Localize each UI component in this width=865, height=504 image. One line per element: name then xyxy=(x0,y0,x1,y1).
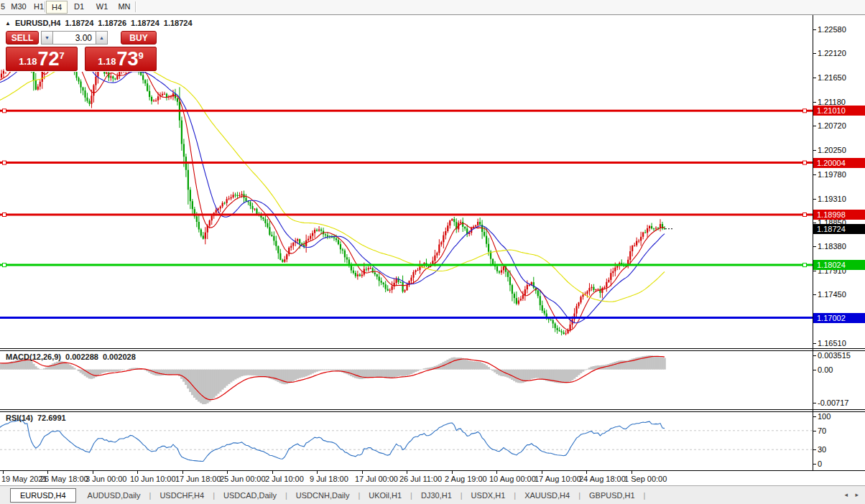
time-axis-label: 3 Jun 00:00 xyxy=(85,475,127,483)
current-price-tag: 1.18724 xyxy=(813,224,865,234)
line-handle[interactable] xyxy=(803,161,807,164)
time-axis-label: 17 Jun 18:00 xyxy=(175,475,221,483)
axis-tick xyxy=(813,199,816,200)
line-price-tag: 1.18024 xyxy=(813,260,865,270)
time-axis-tick xyxy=(3,471,4,474)
price-axis-label: 1.22580 xyxy=(818,26,846,34)
axis-tick xyxy=(813,174,816,175)
sell-button[interactable]: SELL xyxy=(6,31,39,45)
chart-tab-eurusd[interactable]: EURUSD,H4 xyxy=(10,488,76,503)
axis-tick xyxy=(813,78,816,78)
line-price-tag: 1.18998 xyxy=(813,210,865,220)
chart-tab-xauusd[interactable]: XAUUSD,H4 xyxy=(517,489,577,502)
axis-tick xyxy=(813,431,816,431)
axis-tick xyxy=(813,271,816,271)
chart-tab-usdcad[interactable]: USDCAD,Daily xyxy=(216,489,284,502)
rsi-title: RSI(14) xyxy=(6,414,33,422)
chart-tab-usdcnh[interactable]: USDCNH,Daily xyxy=(289,489,357,502)
chart-tab-ukoil[interactable]: UKOil,H1 xyxy=(361,489,409,502)
price-axis-label: 1.18380 xyxy=(818,243,846,251)
price-axis-label: 1.17450 xyxy=(818,291,846,299)
volume-decrease-button[interactable]: ▼ xyxy=(41,31,53,45)
time-axis-tick xyxy=(317,471,318,474)
pane-separator[interactable] xyxy=(0,409,865,410)
pane-separator[interactable] xyxy=(0,411,865,412)
timeframe-button-d1[interactable]: D1 xyxy=(70,1,88,12)
volume-increase-button[interactable]: ▲ xyxy=(96,31,108,45)
price-axis-label: 1.16510 xyxy=(818,340,846,347)
axis-tick xyxy=(813,403,816,403)
timeframe-button-w1[interactable]: W1 xyxy=(93,1,111,12)
buy-price-big: 73 xyxy=(117,50,139,69)
line-price-tag: 1.20004 xyxy=(813,158,865,168)
price-axis-label: 1.19310 xyxy=(818,195,846,203)
line-handle[interactable] xyxy=(803,109,807,113)
chart-tab-usdchf[interactable]: USDCHF,H4 xyxy=(152,489,211,502)
axis-tick xyxy=(813,29,816,30)
time-axis-tick xyxy=(137,471,138,474)
toolbar-separator xyxy=(135,1,137,12)
time-axis-label: 1 Sep 00:00 xyxy=(624,475,667,483)
axis-tick xyxy=(813,53,816,54)
rsi-line xyxy=(0,420,665,462)
chart-symbol-title: EURUSD,H4 xyxy=(15,19,61,27)
chart-tab-dj30[interactable]: DJ30,H1 xyxy=(414,489,459,502)
line-handle[interactable] xyxy=(3,263,6,267)
tab-scroll-arrows[interactable]: ◂ ▸ xyxy=(844,491,861,498)
chart-tab-audusd[interactable]: AUDUSD,Daily xyxy=(80,489,148,502)
line-handle[interactable] xyxy=(3,109,6,113)
time-axis-tick xyxy=(407,471,407,474)
time-axis-tick xyxy=(496,471,497,474)
buy-button[interactable]: BUY xyxy=(121,31,157,45)
time-axis-label: 25 Jun 00:00 xyxy=(220,475,266,483)
volume-input[interactable]: 3.00 xyxy=(53,31,96,45)
axis-tick xyxy=(813,102,816,103)
ohlc-open: 1.18724 xyxy=(65,19,94,27)
axis-tick xyxy=(813,294,816,295)
axis-tick xyxy=(813,223,816,223)
volume-spinner: ▼ 3.00 ▲ xyxy=(41,31,108,45)
chart-tab-bar: EURUSD,H4AUDUSD,Daily|USDCHF,H4|USDCAD,D… xyxy=(0,485,865,504)
time-axis-tick xyxy=(272,471,273,474)
time-axis-label: 26 May 18:00 xyxy=(40,475,88,483)
ohlc-close: 1.18724 xyxy=(164,19,193,27)
line-handle[interactable] xyxy=(803,213,807,217)
line-handle[interactable] xyxy=(3,161,6,164)
line-handle[interactable] xyxy=(803,263,807,267)
time-axis-tick xyxy=(227,471,228,474)
timeframe-button-m30[interactable]: M30 xyxy=(7,1,30,12)
price-axis-line xyxy=(813,15,813,470)
timeframe-button-mn[interactable]: MN xyxy=(115,1,134,12)
macd-axis-label: 0.003515 xyxy=(818,352,851,360)
candles-layer xyxy=(0,31,665,336)
tab-separator: | xyxy=(577,491,582,500)
sell-price-display[interactable]: 1.18 72 7 xyxy=(6,47,78,71)
rsi-axis-label: 100 xyxy=(818,413,831,421)
ohlc-low: 1.18724 xyxy=(131,19,159,27)
line-price-tag: 1.21010 xyxy=(813,106,865,116)
macd-value-signal: 0.002028 xyxy=(103,353,136,361)
axis-tick xyxy=(813,355,816,356)
tab-separator: | xyxy=(148,491,153,500)
time-axis-label: 26 Jul 11:00 xyxy=(399,475,442,483)
sell-price-base: 1.18 xyxy=(19,56,37,67)
chart-tab-usdx[interactable]: USDX,H1 xyxy=(464,489,513,502)
tab-separator: | xyxy=(409,491,414,500)
time-axis-label: 9 Jul 18:00 xyxy=(310,475,348,483)
collapse-icon[interactable]: ▲ xyxy=(5,20,11,27)
pane-separator[interactable] xyxy=(0,350,865,351)
line-handle[interactable] xyxy=(3,213,6,217)
time-axis-tick xyxy=(452,471,453,474)
timeframe-button-h4[interactable]: H4 xyxy=(46,1,68,14)
tab-separator: | xyxy=(512,491,517,500)
rsi-canvas[interactable] xyxy=(0,412,813,470)
time-axis-label: 17 Jul 00:00 xyxy=(355,475,398,483)
time-axis-label: 2 Jul 10:00 xyxy=(265,475,304,483)
pane-separator[interactable] xyxy=(0,348,865,349)
tab-separator: | xyxy=(642,491,647,500)
chart-tab-gbpusd[interactable]: GBPUSD,H1 xyxy=(582,489,642,502)
buy-price-base: 1.18 xyxy=(98,56,116,67)
buy-price-display[interactable]: 1.18 73 9 xyxy=(85,47,157,71)
axis-tick xyxy=(813,150,816,151)
timeframe-button-5[interactable]: 5 xyxy=(0,1,6,12)
